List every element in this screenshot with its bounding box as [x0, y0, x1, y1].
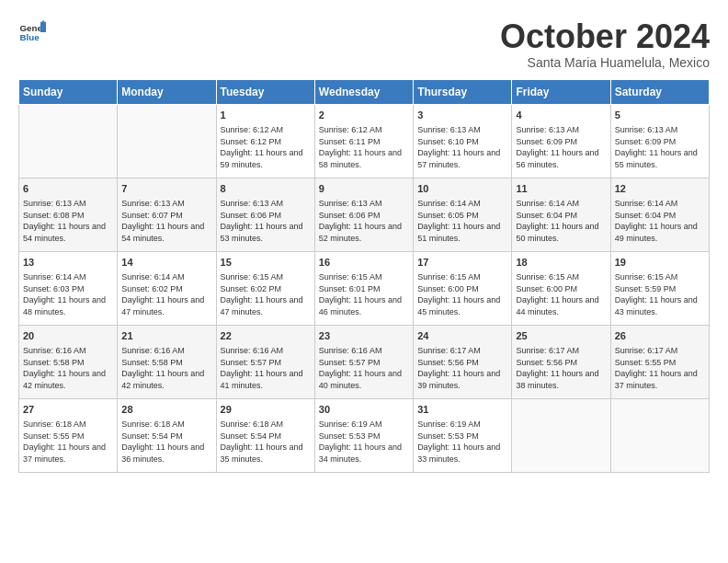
- day-info: Sunrise: 6:12 AMSunset: 6:12 PMDaylight:…: [221, 124, 311, 170]
- calendar-cell: 14Sunrise: 6:14 AMSunset: 6:02 PMDayligh…: [118, 251, 216, 325]
- day-number: 4: [516, 109, 606, 122]
- header-row: Sunday Monday Tuesday Wednesday Thursday…: [19, 79, 710, 104]
- col-saturday: Saturday: [610, 79, 709, 104]
- day-number: 29: [221, 403, 311, 417]
- day-info: Sunrise: 6:18 AMSunset: 5:55 PMDaylight:…: [23, 419, 113, 465]
- day-number: 21: [121, 329, 211, 343]
- day-number: 10: [417, 182, 507, 196]
- day-info: Sunrise: 6:16 AMSunset: 5:58 PMDaylight:…: [23, 345, 113, 391]
- day-info: Sunrise: 6:16 AMSunset: 5:57 PMDaylight:…: [319, 345, 409, 391]
- day-number: 7: [121, 182, 211, 196]
- calendar-week-3: 13Sunrise: 6:14 AMSunset: 6:03 PMDayligh…: [19, 251, 710, 325]
- location-subtitle: Santa Maria Huamelula, Mexico: [500, 55, 710, 70]
- calendar-cell: 17Sunrise: 6:15 AMSunset: 6:00 PMDayligh…: [414, 251, 512, 325]
- day-info: Sunrise: 6:16 AMSunset: 5:57 PMDaylight:…: [221, 345, 311, 391]
- calendar-cell: 16Sunrise: 6:15 AMSunset: 6:01 PMDayligh…: [314, 251, 413, 325]
- day-info: Sunrise: 6:17 AMSunset: 5:56 PMDaylight:…: [417, 345, 507, 391]
- calendar-cell: 9Sunrise: 6:13 AMSunset: 6:06 PMDaylight…: [314, 178, 413, 251]
- day-info: Sunrise: 6:19 AMSunset: 5:53 PMDaylight:…: [417, 419, 507, 465]
- col-friday: Friday: [512, 79, 610, 104]
- day-number: 27: [23, 403, 113, 417]
- day-number: 28: [121, 403, 211, 417]
- day-info: Sunrise: 6:17 AMSunset: 5:56 PMDaylight:…: [516, 345, 606, 391]
- day-info: Sunrise: 6:13 AMSunset: 6:06 PMDaylight:…: [319, 198, 409, 244]
- day-number: 19: [615, 256, 705, 270]
- calendar-cell: 15Sunrise: 6:15 AMSunset: 6:02 PMDayligh…: [216, 251, 314, 325]
- calendar-cell: 10Sunrise: 6:14 AMSunset: 6:05 PMDayligh…: [414, 178, 512, 251]
- month-title: October 2024: [500, 18, 710, 55]
- day-number: 8: [221, 182, 311, 196]
- day-info: Sunrise: 6:14 AMSunset: 6:03 PMDaylight:…: [23, 271, 113, 317]
- col-thursday: Thursday: [414, 79, 512, 104]
- day-number: 13: [23, 256, 113, 270]
- day-number: 6: [23, 182, 113, 196]
- calendar-week-4: 20Sunrise: 6:16 AMSunset: 5:58 PMDayligh…: [19, 325, 710, 398]
- day-number: 24: [417, 329, 507, 343]
- col-tuesday: Tuesday: [216, 79, 314, 104]
- calendar-header: Sunday Monday Tuesday Wednesday Thursday…: [19, 79, 710, 104]
- day-info: Sunrise: 6:15 AMSunset: 5:59 PMDaylight:…: [615, 271, 705, 317]
- day-info: Sunrise: 6:18 AMSunset: 5:54 PMDaylight:…: [121, 419, 211, 465]
- day-number: 30: [319, 403, 409, 417]
- day-info: Sunrise: 6:13 AMSunset: 6:06 PMDaylight:…: [221, 198, 311, 244]
- day-number: 5: [615, 109, 705, 122]
- calendar-cell: 8Sunrise: 6:13 AMSunset: 6:06 PMDaylight…: [216, 178, 314, 251]
- day-number: 26: [615, 329, 705, 343]
- calendar-cell: 5Sunrise: 6:13 AMSunset: 6:09 PMDaylight…: [610, 104, 709, 178]
- calendar-cell: 13Sunrise: 6:14 AMSunset: 6:03 PMDayligh…: [19, 251, 118, 325]
- calendar-cell: 20Sunrise: 6:16 AMSunset: 5:58 PMDayligh…: [19, 325, 118, 398]
- col-monday: Monday: [118, 79, 216, 104]
- day-info: Sunrise: 6:14 AMSunset: 6:04 PMDaylight:…: [615, 198, 705, 244]
- col-sunday: Sunday: [19, 79, 118, 104]
- logo-icon: General Blue: [18, 18, 46, 46]
- logo: General Blue: [18, 18, 46, 46]
- day-info: Sunrise: 6:19 AMSunset: 5:53 PMDaylight:…: [319, 419, 409, 465]
- day-info: Sunrise: 6:18 AMSunset: 5:54 PMDaylight:…: [221, 419, 311, 465]
- calendar-cell: 1Sunrise: 6:12 AMSunset: 6:12 PMDaylight…: [216, 104, 314, 178]
- calendar-cell: 4Sunrise: 6:13 AMSunset: 6:09 PMDaylight…: [512, 104, 610, 178]
- calendar-cell: 25Sunrise: 6:17 AMSunset: 5:56 PMDayligh…: [512, 325, 610, 398]
- calendar-cell: [19, 104, 118, 178]
- calendar-week-2: 6Sunrise: 6:13 AMSunset: 6:08 PMDaylight…: [19, 178, 710, 251]
- day-number: 12: [615, 182, 705, 196]
- day-info: Sunrise: 6:12 AMSunset: 6:11 PMDaylight:…: [319, 124, 409, 170]
- day-number: 1: [221, 109, 311, 122]
- calendar-cell: 27Sunrise: 6:18 AMSunset: 5:55 PMDayligh…: [19, 398, 118, 472]
- day-info: Sunrise: 6:15 AMSunset: 6:00 PMDaylight:…: [516, 271, 606, 317]
- calendar-cell: 21Sunrise: 6:16 AMSunset: 5:58 PMDayligh…: [118, 325, 216, 398]
- calendar-cell: 18Sunrise: 6:15 AMSunset: 6:00 PMDayligh…: [512, 251, 610, 325]
- calendar-cell: 22Sunrise: 6:16 AMSunset: 5:57 PMDayligh…: [216, 325, 314, 398]
- day-number: 11: [516, 182, 606, 196]
- col-wednesday: Wednesday: [314, 79, 413, 104]
- calendar-body: 1Sunrise: 6:12 AMSunset: 6:12 PMDaylight…: [19, 104, 710, 472]
- day-info: Sunrise: 6:14 AMSunset: 6:04 PMDaylight:…: [516, 198, 606, 244]
- calendar-week-5: 27Sunrise: 6:18 AMSunset: 5:55 PMDayligh…: [19, 398, 710, 472]
- day-info: Sunrise: 6:15 AMSunset: 6:01 PMDaylight:…: [319, 271, 409, 317]
- day-number: 20: [23, 329, 113, 343]
- title-block: October 2024 Santa Maria Huamelula, Mexi…: [500, 18, 710, 70]
- day-info: Sunrise: 6:13 AMSunset: 6:08 PMDaylight:…: [23, 198, 113, 244]
- calendar-cell: 23Sunrise: 6:16 AMSunset: 5:57 PMDayligh…: [314, 325, 413, 398]
- day-info: Sunrise: 6:17 AMSunset: 5:55 PMDaylight:…: [615, 345, 705, 391]
- day-number: 14: [121, 256, 211, 270]
- day-number: 22: [221, 329, 311, 343]
- calendar-cell: 24Sunrise: 6:17 AMSunset: 5:56 PMDayligh…: [414, 325, 512, 398]
- calendar-cell: 3Sunrise: 6:13 AMSunset: 6:10 PMDaylight…: [414, 104, 512, 178]
- day-number: 25: [516, 329, 606, 343]
- calendar-table: Sunday Monday Tuesday Wednesday Thursday…: [18, 79, 710, 473]
- day-info: Sunrise: 6:14 AMSunset: 6:05 PMDaylight:…: [417, 198, 507, 244]
- calendar-cell: 30Sunrise: 6:19 AMSunset: 5:53 PMDayligh…: [314, 398, 413, 472]
- calendar-cell: 31Sunrise: 6:19 AMSunset: 5:53 PMDayligh…: [414, 398, 512, 472]
- calendar-cell: 7Sunrise: 6:13 AMSunset: 6:07 PMDaylight…: [118, 178, 216, 251]
- day-number: 3: [417, 109, 507, 122]
- day-number: 2: [319, 109, 409, 122]
- calendar-cell: 11Sunrise: 6:14 AMSunset: 6:04 PMDayligh…: [512, 178, 610, 251]
- calendar-cell: [610, 398, 709, 472]
- calendar-cell: 29Sunrise: 6:18 AMSunset: 5:54 PMDayligh…: [216, 398, 314, 472]
- calendar-cell: [118, 104, 216, 178]
- day-number: 18: [516, 256, 606, 270]
- day-info: Sunrise: 6:13 AMSunset: 6:09 PMDaylight:…: [615, 124, 705, 170]
- calendar-cell: 26Sunrise: 6:17 AMSunset: 5:55 PMDayligh…: [610, 325, 709, 398]
- day-info: Sunrise: 6:13 AMSunset: 6:10 PMDaylight:…: [417, 124, 507, 170]
- day-info: Sunrise: 6:14 AMSunset: 6:02 PMDaylight:…: [121, 271, 211, 317]
